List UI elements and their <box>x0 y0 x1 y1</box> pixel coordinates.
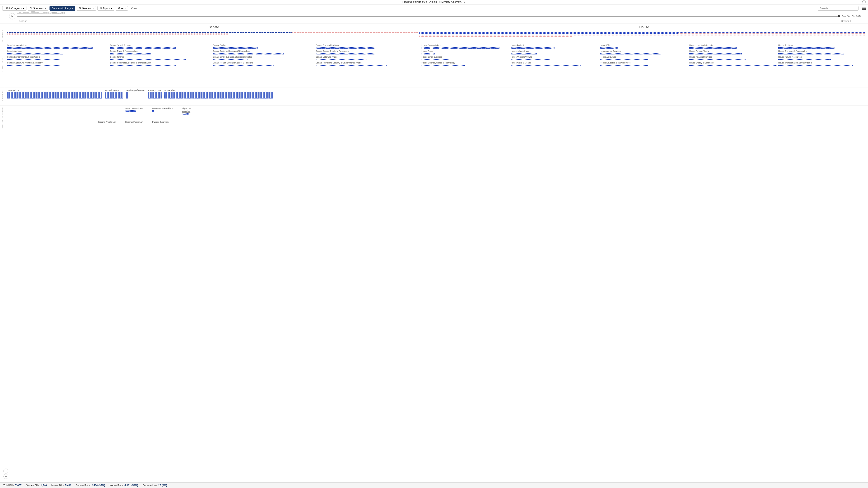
sponsor-dot <box>825 33 826 34</box>
sponsor-dot <box>43 32 45 33</box>
sponsor-dot <box>451 36 452 37</box>
topics-filter[interactable]: All Topics ▼ <box>97 6 114 11</box>
sponsor-dot <box>465 36 466 37</box>
sponsor-dot <box>633 33 634 34</box>
sponsor-dot <box>589 35 590 35</box>
sponsor-dot <box>222 33 223 35</box>
sponsor-dot <box>567 32 568 33</box>
sponsor-dot <box>66 33 67 35</box>
sponsor-dot <box>556 35 557 35</box>
sponsor-dot <box>29 33 31 35</box>
sponsor-dot <box>752 35 752 35</box>
sponsor-dot <box>202 33 203 35</box>
sponsor-dot <box>802 33 803 34</box>
genders-filter[interactable]: All Genders ▼ <box>76 6 96 11</box>
sponsor-dot <box>469 33 470 34</box>
sponsor-dot <box>451 35 452 35</box>
sponsor-dot <box>510 32 511 33</box>
sponsor-dot <box>472 33 473 34</box>
sponsors-filter[interactable]: All Sponsors ▼ <box>28 6 49 11</box>
sponsor-dot <box>480 32 481 33</box>
sponsor-dot <box>518 35 519 35</box>
sponsor-dot <box>551 32 552 33</box>
more-filter[interactable]: More ▼ <box>116 6 128 11</box>
sponsor-dot <box>9 33 10 35</box>
sponsor-dot <box>723 32 724 33</box>
info-icon[interactable]: i <box>862 0 866 4</box>
sponsor-dot <box>189 33 190 35</box>
play-button[interactable] <box>9 13 16 20</box>
sponsor-dot <box>586 35 587 35</box>
sponsor-dot <box>562 36 563 37</box>
sponsor-dot <box>833 33 834 34</box>
sponsor-dot <box>31 32 32 33</box>
sponsor-dot <box>432 32 432 33</box>
sponsor-dot <box>102 33 103 35</box>
sponsor-dot <box>505 36 506 37</box>
sponsor-dot <box>457 33 458 34</box>
sponsor-dot <box>600 33 600 34</box>
sponsor-dot <box>850 35 851 35</box>
sponsor-dot <box>800 33 801 34</box>
sponsor-dot <box>829 33 830 34</box>
chambers-label: CHAMBERS <box>0 88 5 105</box>
sponsor-dot <box>401 32 402 33</box>
search-input[interactable] <box>818 6 859 11</box>
sponsor-dot <box>61 32 62 33</box>
timeline-bar[interactable] <box>17 14 840 19</box>
sponsor-dot <box>485 36 485 37</box>
sponsor-dot <box>710 32 710 33</box>
sponsor-dot <box>482 32 483 33</box>
sponsor-dot <box>707 32 708 33</box>
sponsor-dot <box>127 32 129 33</box>
sponsor-dot <box>82 32 83 33</box>
sponsor-dot <box>661 32 662 33</box>
sponsor-dot <box>720 33 721 34</box>
sponsor-dot <box>314 32 315 33</box>
sponsor-dot <box>480 35 481 35</box>
sponsor-dot <box>273 32 274 33</box>
clear-button[interactable]: Clear <box>129 6 139 10</box>
sponsor-dot <box>756 35 756 35</box>
party-filter[interactable]: Democratic Party ▼ <box>50 6 75 11</box>
sponsor-dot <box>150 32 151 33</box>
sponsor-dot <box>432 35 432 35</box>
sponsor-dot <box>585 32 586 33</box>
sponsor-dot <box>530 33 531 34</box>
sponsor-dot <box>516 33 517 34</box>
sponsor-dot <box>855 33 856 34</box>
sponsor-dot <box>585 35 586 35</box>
committee-item: House Small Business <box>422 56 509 60</box>
sponsor-dot <box>810 35 811 35</box>
sponsor-dot <box>216 32 217 33</box>
congress-filter[interactable]: 118th Congress ▼ <box>2 6 26 11</box>
sponsor-dot <box>177 33 178 35</box>
sponsor-dot <box>559 32 560 33</box>
sponsor-dot <box>685 32 686 33</box>
sponsor-dot <box>846 32 847 33</box>
sponsor-dot <box>489 33 489 34</box>
resolving-diffs-stage: Resolving Differences <box>126 89 145 98</box>
sponsor-dot <box>525 33 526 34</box>
sponsor-dot <box>735 32 736 33</box>
sponsor-dot <box>783 32 784 33</box>
sponsor-dot <box>514 36 515 37</box>
sponsor-dot <box>425 36 426 37</box>
sponsor-dot <box>104 32 105 33</box>
sponsor-dot <box>572 33 574 34</box>
sponsor-dot <box>438 33 439 34</box>
sponsor-dot <box>77 32 78 33</box>
sponsor-dot <box>490 35 491 35</box>
menu-icon[interactable] <box>862 7 866 10</box>
sponsor-dot <box>632 35 633 35</box>
sponsor-dot <box>532 33 533 34</box>
sponsor-dot <box>747 35 748 35</box>
sponsor-dot <box>690 35 691 35</box>
sponsor-dot <box>426 32 427 33</box>
sponsor-dot <box>791 33 792 34</box>
dropdown-arrow[interactable]: ▼ <box>463 1 466 4</box>
sponsor-dot <box>521 35 522 35</box>
passed-veto-label: Passed Over Veto <box>152 121 169 123</box>
sponsor-dot <box>672 32 673 33</box>
sponsor-dot <box>40 32 41 33</box>
